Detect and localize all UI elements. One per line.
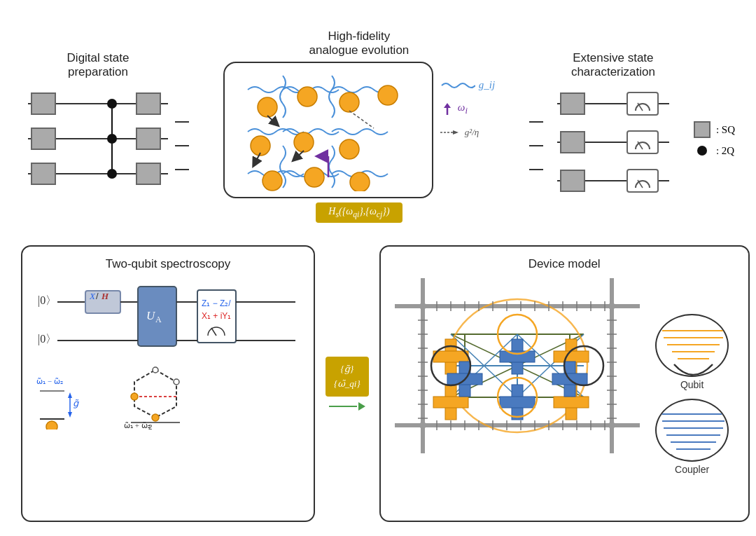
svg-text:/: /	[96, 291, 99, 301]
sq-legend-label: : SQ	[716, 124, 735, 136]
analogue-evolution-diagram	[241, 69, 416, 191]
svg-line-24	[267, 116, 276, 123]
qubit-label: Qubit	[680, 379, 704, 390]
svg-text:A: A	[155, 315, 162, 324]
svg-marker-73	[134, 370, 176, 418]
svg-line-27	[349, 111, 374, 128]
svg-point-89	[608, 422, 615, 429]
svg-rect-106	[554, 351, 589, 362]
svg-marker-69	[68, 392, 72, 398]
qubit-coupler-legend: Qubit	[650, 278, 734, 510]
svg-point-88	[419, 422, 426, 429]
svg-rect-118	[500, 397, 535, 408]
svg-point-86	[419, 303, 426, 310]
svg-point-14	[258, 97, 277, 117]
g2eta-annotation: g²/η	[440, 127, 495, 138]
svg-rect-108	[433, 397, 468, 408]
omegaqi-set-label: {ω̃_qi}	[334, 377, 360, 392]
dashed-arrow-icon	[440, 128, 461, 137]
device-model-diagram	[395, 278, 640, 453]
svg-line-25	[295, 151, 304, 158]
svg-point-15	[298, 87, 317, 106]
svg-text:ω̃₁ − ω̃₂: ω̃₁ − ω̃₂	[36, 377, 63, 385]
g2eta-label: g²/η	[465, 127, 479, 138]
tqs-box: Two-qubit spectroscopy |0〉 X / H U A	[21, 245, 315, 522]
svg-text:Z₁ − Z₂/: Z₁ − Z₂/	[202, 298, 231, 308]
esc-circuit	[557, 86, 669, 198]
svg-marker-30	[444, 103, 451, 108]
svg-point-17	[378, 85, 398, 105]
dsp-circuit	[28, 86, 168, 198]
svg-point-16	[340, 92, 359, 112]
hfae-title: High-fidelityanalogue evolution	[309, 29, 410, 57]
svg-text:g̃: g̃	[73, 398, 79, 408]
svg-text:|0〉: |0〉	[38, 294, 57, 307]
dm-box: Device model	[379, 245, 750, 522]
svg-point-18	[251, 136, 270, 156]
svg-text:X: X	[89, 291, 96, 301]
svg-rect-10	[31, 163, 55, 184]
svg-text:2: 2	[148, 422, 153, 430]
qubit-diagram	[657, 315, 729, 377]
hex-diagram: ω̃₁ + ω̃₂ 2	[110, 363, 201, 430]
energy-level-diagram: g̃ ω̃₁ − ω̃₂	[36, 363, 99, 430]
svg-point-19	[294, 132, 314, 152]
svg-point-12	[107, 169, 117, 179]
tq-legend-item: : 2Q	[694, 142, 735, 159]
wavy-icon	[440, 81, 475, 90]
hs-label: Hs({ωqi},{ωcj})	[316, 202, 402, 223]
dsp-title: Digital statepreparation	[67, 51, 130, 79]
svg-rect-112	[500, 351, 535, 362]
tq-legend-icon	[697, 146, 707, 156]
svg-rect-13	[136, 163, 160, 184]
svg-rect-110	[554, 397, 589, 408]
tqs-title: Two-qubit spectroscopy	[36, 257, 300, 271]
svg-marker-70	[68, 412, 72, 418]
coupler-diagram	[657, 400, 729, 462]
svg-marker-32	[453, 130, 458, 135]
sq-legend-item: : SQ	[694, 121, 735, 138]
svg-point-75	[174, 379, 179, 385]
gtilde-box: {g̃} {ω̃_qi}	[326, 357, 369, 411]
svg-rect-5	[31, 128, 55, 149]
svg-point-67	[46, 421, 57, 430]
svg-rect-8	[136, 128, 160, 149]
svg-rect-42	[561, 170, 584, 191]
svg-text:|0〉: |0〉	[38, 333, 57, 345]
coupler-legend-item: Coupler	[650, 399, 734, 475]
purple-arrow-icon	[440, 102, 454, 116]
svg-rect-34	[561, 93, 584, 114]
svg-point-20	[340, 139, 359, 159]
svg-point-78	[152, 414, 159, 421]
sq-legend-icon	[694, 121, 710, 138]
svg-rect-3	[136, 93, 160, 114]
svg-point-74	[153, 367, 158, 373]
svg-point-23	[350, 172, 370, 191]
wi-annotation: ωi	[440, 102, 495, 116]
svg-rect-104	[433, 351, 468, 362]
svg-rect-1	[31, 93, 55, 114]
esc-title: Extensive statecharacterization	[571, 51, 655, 79]
svg-rect-38	[561, 132, 584, 153]
coupler-label: Coupler	[675, 464, 709, 475]
tq-legend-label: : 2Q	[716, 145, 734, 157]
wi-label: ωi	[458, 102, 468, 116]
svg-text:U: U	[146, 309, 156, 322]
svg-point-21	[262, 171, 282, 191]
gij-label: g_ij	[479, 79, 495, 91]
gij-annotation: g_ij	[440, 79, 495, 91]
svg-text:H: H	[101, 291, 109, 301]
svg-point-77	[131, 393, 138, 400]
gtilde-set-label: {g̃}	[334, 362, 360, 377]
tqs-circuit-diagram: |0〉 X / H U A Z₁ − Z₂/	[36, 280, 295, 357]
svg-point-22	[304, 167, 324, 187]
legend: : SQ : 2Q	[694, 121, 735, 159]
dm-title: Device model	[395, 257, 734, 271]
hfae-box	[223, 62, 433, 198]
svg-point-87	[608, 303, 615, 310]
qubit-legend-item: Qubit	[650, 314, 734, 390]
svg-text:X₁ + iY₁: X₁ + iY₁	[202, 311, 231, 321]
